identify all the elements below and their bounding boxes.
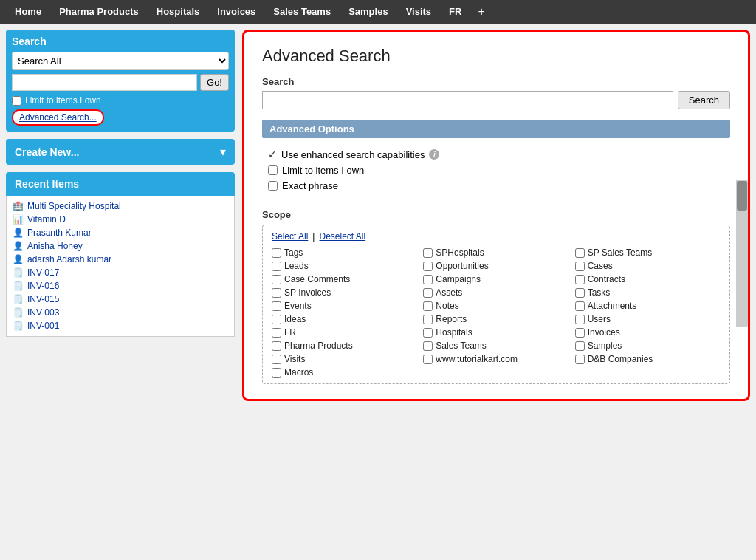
checkbox-case-comments[interactable]: [272, 275, 281, 284]
select-all-link[interactable]: Select All: [272, 231, 308, 242]
create-new-arrow: ▾: [220, 145, 226, 159]
checkbox-ideas[interactable]: [272, 315, 281, 324]
checkbox-cases[interactable]: [575, 262, 585, 271]
top-nav: Home Pharma Products Hospitals Invoices …: [0, 0, 756, 24]
recent-item-label: Multi Speciality Hospital: [27, 201, 121, 211]
scope-case-comments: Case Comments: [272, 274, 417, 284]
nav-pharma[interactable]: Pharma Products: [50, 0, 148, 24]
checkbox-pharma[interactable]: [272, 341, 281, 351]
checkmark-icon: ✓: [268, 148, 277, 160]
checkbox-reports[interactable]: [423, 315, 433, 324]
recent-item-label: INV-003: [27, 307, 59, 318]
scope-campaigns: Campaigns: [423, 274, 568, 284]
checkbox-tags[interactable]: [272, 248, 281, 258]
scope-sales-teams: Sales Teams: [423, 341, 568, 351]
checkbox-opportunities[interactable]: [423, 262, 433, 271]
checkbox-invoices[interactable]: [575, 328, 585, 338]
sidebar: Search Search All Contacts Leads Opportu…: [6, 30, 235, 337]
nav-hospitals[interactable]: Hospitals: [148, 0, 209, 24]
nav-sales-teams[interactable]: Sales Teams: [264, 0, 340, 24]
checkbox-sp-invoices[interactable]: [272, 288, 281, 298]
scope-label: Scope: [262, 209, 730, 220]
scope-box: Select All | Deselect All Tags SPHospita…: [262, 225, 730, 384]
limit-checkbox[interactable]: [12, 96, 21, 106]
checkbox-fr[interactable]: [272, 328, 281, 338]
checkbox-contracts[interactable]: [575, 275, 585, 284]
option-exact-phrase: Exact phrase: [268, 180, 730, 191]
scope-grid: Tags SPHospitals SP Sales Teams Leads Op…: [272, 247, 721, 378]
recent-item-label: Anisha Honey: [27, 241, 83, 251]
recent-item-inv017[interactable]: 🗒️ INV-017: [13, 266, 228, 279]
search-type-dropdown[interactable]: Search All Contacts Leads Opportunities: [12, 52, 229, 70]
recent-item-inv015[interactable]: 🗒️ INV-015: [13, 293, 228, 306]
recent-item-inv001[interactable]: 🗒️ INV-001: [13, 319, 228, 332]
checkbox-visits[interactable]: [272, 355, 281, 364]
recent-item-prasanth[interactable]: 👤 Prasanth Kumar: [13, 226, 228, 239]
checkbox-sales-teams[interactable]: [423, 341, 433, 351]
scope-users: Users: [575, 314, 721, 324]
person-icon: 👤: [13, 228, 24, 238]
checkbox-tasks[interactable]: [575, 288, 585, 298]
advanced-search-row: Search: [262, 91, 730, 109]
recent-item-vitamind[interactable]: 📊 Vitamin D: [13, 213, 228, 226]
limit-own-checkbox[interactable]: [268, 165, 278, 175]
invoice-icon: 🗒️: [13, 281, 24, 291]
recent-item-hospital[interactable]: 🏥 Multi Speciality Hospital: [13, 199, 228, 213]
nav-home[interactable]: Home: [6, 0, 50, 24]
checkbox-hospitals[interactable]: [423, 328, 433, 338]
checkbox-users[interactable]: [575, 315, 585, 324]
checkbox-sphospitals[interactable]: [423, 248, 433, 258]
deselect-all-link[interactable]: Deselect All: [319, 231, 365, 242]
recent-item-label: INV-017: [27, 267, 59, 278]
checkbox-events[interactable]: [272, 301, 281, 311]
scope-pharma: Pharma Products: [272, 341, 417, 351]
advanced-search-title: Advanced Search: [262, 47, 730, 66]
scope-tags: Tags: [272, 247, 417, 258]
recent-item-label: Prasanth Kumar: [27, 228, 92, 238]
nav-invoices[interactable]: Invoices: [208, 0, 264, 24]
advanced-search-button[interactable]: Search: [678, 91, 730, 109]
search-panel: Search Search All Contacts Leads Opportu…: [6, 30, 235, 132]
person-icon: 👤: [13, 254, 24, 264]
checkbox-sp-sales-teams[interactable]: [575, 248, 585, 258]
recent-item-inv016[interactable]: 🗒️ INV-016: [13, 279, 228, 293]
limit-check-row: Limit to items I own: [12, 95, 229, 106]
exact-phrase-checkbox[interactable]: [268, 181, 278, 191]
create-new-label: Create New...: [15, 146, 79, 158]
nav-add[interactable]: +: [470, 0, 492, 24]
advanced-search-link[interactable]: Advanced Search...: [12, 109, 104, 126]
create-new-panel[interactable]: Create New... ▾: [6, 139, 235, 165]
checkbox-notes[interactable]: [423, 301, 433, 311]
invoice-icon: 🗒️: [13, 267, 24, 278]
checkbox-dnb[interactable]: [575, 355, 585, 364]
checkbox-samples[interactable]: [575, 341, 585, 351]
scope-fr: FR: [272, 327, 417, 338]
checkbox-assets[interactable]: [423, 288, 433, 298]
checkbox-leads[interactable]: [272, 262, 281, 271]
recent-item-inv003[interactable]: 🗒️ INV-003: [13, 306, 228, 319]
nav-fr[interactable]: FR: [440, 0, 470, 24]
checkbox-tutorialkart[interactable]: [423, 355, 433, 364]
invoice-icon: 🗒️: [13, 307, 24, 318]
checkbox-campaigns[interactable]: [423, 275, 433, 284]
scope-invoices: Invoices: [575, 327, 721, 338]
advanced-options-content: ✓ Use enhanced search capabilities i Lim…: [262, 146, 730, 202]
go-button[interactable]: Go!: [200, 74, 229, 91]
scope-dnb: D&B Companies: [575, 354, 721, 364]
scope-tutorialkart: www.tutorialkart.com: [423, 354, 568, 364]
scrollbar[interactable]: [736, 180, 748, 327]
scope-macros: Macros: [272, 367, 417, 378]
advanced-search-input[interactable]: [262, 91, 673, 109]
search-text-input[interactable]: [12, 74, 197, 91]
nav-visits[interactable]: Visits: [397, 0, 440, 24]
scrollbar-thumb: [737, 181, 747, 211]
scope-leads: Leads: [272, 261, 417, 271]
recent-item-adarsh[interactable]: 👤 adarsh Adarsh kumar: [13, 253, 228, 266]
bar-chart-icon: 📊: [13, 214, 24, 225]
checkbox-macros[interactable]: [272, 368, 281, 378]
recent-item-anisha[interactable]: 👤 Anisha Honey: [13, 239, 228, 253]
checkbox-attachments[interactable]: [575, 301, 585, 311]
info-badge[interactable]: i: [429, 149, 439, 160]
nav-samples[interactable]: Samples: [340, 0, 396, 24]
scope-attachments: Attachments: [575, 301, 721, 311]
